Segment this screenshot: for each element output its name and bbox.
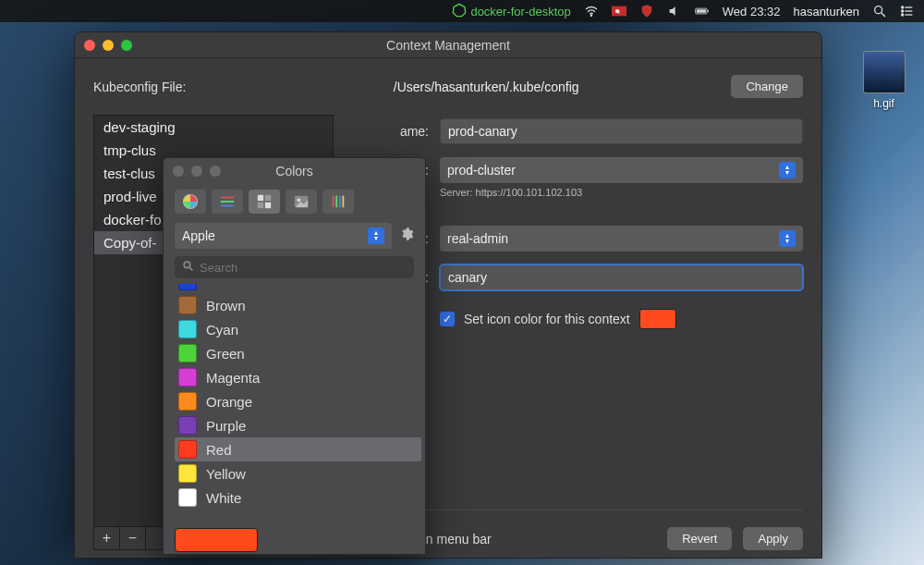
color-name: Magenta bbox=[206, 370, 260, 386]
svg-marker-0 bbox=[454, 4, 466, 16]
svg-rect-27 bbox=[339, 196, 341, 208]
menubar-datetime[interactable]: Wed 23:32 bbox=[723, 5, 781, 18]
color-sliders-tab[interactable] bbox=[212, 190, 243, 214]
colors-panel: Colors Apple ▴▾ bbox=[163, 157, 426, 555]
color-search[interactable] bbox=[175, 256, 414, 278]
traffic-lights bbox=[84, 40, 132, 51]
svg-rect-26 bbox=[335, 196, 337, 208]
set-color-label: Set icon color for this context bbox=[464, 312, 630, 326]
color-swatch bbox=[178, 392, 197, 411]
cluster-select[interactable]: prod-cluster ▴▾ bbox=[440, 157, 803, 183]
list-icon[interactable] bbox=[900, 4, 915, 18]
minimize-button[interactable] bbox=[103, 40, 114, 51]
context-row[interactable]: dev-staging bbox=[94, 116, 333, 139]
color-item[interactable]: Yellow bbox=[175, 461, 421, 485]
set-color-checkbox[interactable]: ✓ bbox=[440, 312, 455, 326]
desktop-file[interactable]: h.gif bbox=[858, 51, 909, 110]
color-wheel-tab[interactable] bbox=[175, 190, 206, 214]
svg-line-30 bbox=[189, 267, 192, 270]
palette-source-value: Apple bbox=[182, 228, 215, 243]
window-titlebar[interactable]: Context Management bbox=[75, 32, 821, 58]
svg-rect-28 bbox=[343, 196, 345, 208]
speaker-icon[interactable] bbox=[667, 4, 682, 18]
name-input[interactable] bbox=[440, 118, 803, 144]
flag-icon[interactable] bbox=[612, 4, 626, 18]
close-button[interactable] bbox=[84, 40, 95, 51]
svg-rect-5 bbox=[708, 10, 709, 12]
file-thumbnail-icon bbox=[863, 51, 906, 93]
color-swatch bbox=[178, 488, 197, 507]
color-name: Green bbox=[206, 346, 245, 362]
menubar-user[interactable]: hasanturken bbox=[793, 5, 859, 18]
chevron-updown-icon: ▴▾ bbox=[779, 230, 796, 247]
server-label: Server: https://100.101.102.103 bbox=[440, 187, 803, 198]
color-swatch bbox=[178, 320, 197, 338]
search-icon bbox=[182, 260, 194, 275]
color-item[interactable]: Cyan bbox=[175, 317, 421, 341]
color-swatch bbox=[178, 344, 197, 362]
add-context-button[interactable]: + bbox=[94, 527, 120, 549]
color-item[interactable]: Orange bbox=[175, 389, 421, 413]
svg-rect-17 bbox=[221, 201, 234, 203]
battery-icon[interactable] bbox=[695, 4, 710, 18]
apply-button[interactable]: Apply bbox=[743, 527, 803, 550]
color-swatch bbox=[178, 284, 197, 290]
color-name: Orange bbox=[206, 394, 252, 410]
chevron-updown-icon: ▴▾ bbox=[368, 227, 384, 244]
svg-rect-22 bbox=[265, 203, 271, 208]
pencils-tab[interactable] bbox=[322, 190, 354, 214]
color-item[interactable]: Red bbox=[175, 437, 421, 461]
svg-rect-21 bbox=[258, 203, 263, 208]
zoom-button[interactable] bbox=[210, 166, 221, 177]
colors-titlebar[interactable]: Colors bbox=[164, 158, 425, 184]
svg-rect-25 bbox=[333, 196, 334, 208]
kubeconfig-path: /Users/hasanturken/.kube/config bbox=[258, 80, 714, 94]
svg-rect-16 bbox=[221, 197, 234, 199]
palette-source-select[interactable]: Apple ▴▾ bbox=[175, 223, 392, 249]
color-item[interactable]: Purple bbox=[175, 413, 421, 437]
shield-icon[interactable] bbox=[639, 4, 654, 18]
color-item[interactable]: Green bbox=[175, 341, 421, 365]
gear-icon[interactable] bbox=[399, 227, 414, 245]
user-value: real-admin bbox=[447, 231, 508, 246]
color-item[interactable]: Magenta bbox=[175, 365, 421, 389]
namespace-input[interactable] bbox=[440, 264, 803, 290]
image-palettes-tab[interactable] bbox=[286, 190, 317, 214]
color-palettes-tab[interactable] bbox=[249, 190, 280, 214]
k8s-icon bbox=[452, 3, 467, 20]
remove-context-button[interactable]: − bbox=[120, 527, 146, 549]
macos-menubar: docker-for-desktop Wed 23:32 hasanturken bbox=[0, 0, 924, 22]
color-item[interactable]: Brown bbox=[175, 293, 421, 317]
color-name: Yellow bbox=[206, 466, 246, 482]
color-name: Cyan bbox=[206, 322, 238, 338]
name-label: ame: bbox=[347, 124, 429, 139]
svg-point-7 bbox=[875, 6, 882, 14]
color-search-input[interactable] bbox=[200, 261, 407, 275]
svg-rect-18 bbox=[221, 205, 234, 207]
chevron-updown-icon: ▴▾ bbox=[779, 162, 796, 178]
svg-point-14 bbox=[902, 14, 904, 16]
file-label: h.gif bbox=[858, 97, 909, 110]
selected-color-swatch[interactable] bbox=[175, 528, 258, 552]
svg-point-13 bbox=[902, 10, 904, 12]
menubar-k8s-label: docker-for-desktop bbox=[470, 5, 570, 18]
zoom-button[interactable] bbox=[121, 40, 132, 51]
color-swatch-button[interactable] bbox=[639, 309, 676, 329]
menubar-k8s-context[interactable]: docker-for-desktop bbox=[452, 3, 570, 20]
revert-button[interactable]: Revert bbox=[667, 527, 732, 550]
color-swatch bbox=[178, 440, 197, 459]
svg-rect-19 bbox=[258, 195, 263, 201]
wifi-icon[interactable] bbox=[584, 4, 599, 18]
minimize-button[interactable] bbox=[191, 166, 202, 177]
change-button[interactable]: Change bbox=[731, 75, 803, 98]
color-swatch bbox=[178, 296, 197, 314]
svg-point-1 bbox=[590, 15, 591, 16]
color-picker-tabs bbox=[164, 184, 425, 223]
color-item[interactable]: White bbox=[175, 485, 421, 510]
user-select[interactable]: real-admin ▴▾ bbox=[440, 226, 803, 252]
color-item-cutoff[interactable] bbox=[175, 284, 421, 293]
color-name: White bbox=[206, 490, 241, 506]
search-icon[interactable] bbox=[872, 4, 887, 18]
color-list[interactable]: BrownCyanGreenMagentaOrangePurpleRedYell… bbox=[164, 284, 425, 522]
close-button[interactable] bbox=[173, 166, 184, 177]
